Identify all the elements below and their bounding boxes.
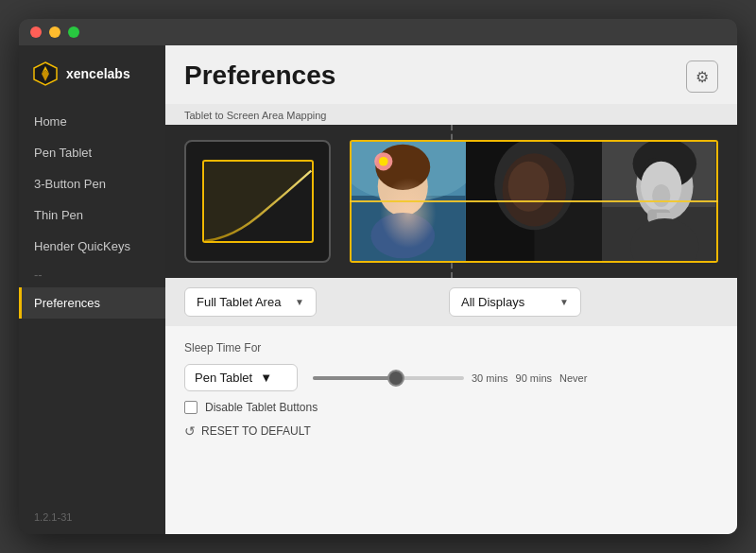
titlebar bbox=[19, 19, 737, 45]
chevron-down-icon: ▼ bbox=[295, 297, 304, 307]
logo-text: xencelabs bbox=[66, 66, 130, 81]
logo-icon bbox=[32, 60, 59, 87]
disable-tablet-buttons-checkbox[interactable] bbox=[184, 401, 198, 414]
sleep-slider-area: 30 mins 90 mins Never bbox=[313, 372, 718, 384]
version-label: 1.2.1-31 bbox=[19, 500, 165, 534]
mapping-section-label: Tablet to Screen Area Mapping bbox=[165, 104, 737, 125]
minimize-button[interactable] bbox=[49, 26, 60, 38]
nav-separator: -- bbox=[19, 262, 165, 287]
sleep-section: Sleep Time For Pen Tablet ▼ 30 mins bbox=[165, 326, 737, 534]
maximize-button[interactable] bbox=[68, 26, 79, 38]
sidebar-item-home[interactable]: Home bbox=[19, 106, 165, 137]
portrait-left-svg bbox=[352, 142, 466, 261]
disable-checkbox-row[interactable]: Disable Tablet Buttons bbox=[184, 401, 718, 414]
display-photo-right bbox=[602, 142, 716, 261]
tablet-inner bbox=[202, 160, 314, 243]
portrait-right-svg bbox=[602, 142, 716, 261]
display-outer bbox=[350, 140, 718, 263]
display-dropdown[interactable]: All Displays ▼ bbox=[449, 287, 581, 317]
svg-point-16 bbox=[507, 162, 548, 212]
tablet-preview bbox=[184, 140, 331, 263]
sidebar: xencelabs Home Pen Tablet 3-Button Pen T… bbox=[19, 45, 165, 534]
svg-rect-10 bbox=[394, 209, 412, 232]
disable-tablet-label: Disable Tablet Buttons bbox=[205, 401, 318, 414]
svg-point-9 bbox=[379, 157, 388, 166]
display-photo-middle bbox=[466, 142, 603, 261]
slider-labels: 30 mins 90 mins Never bbox=[472, 372, 587, 384]
portrait-middle-svg bbox=[466, 142, 603, 261]
svg-point-23 bbox=[652, 184, 670, 207]
reset-icon: ↺ bbox=[184, 423, 196, 439]
mapping-section: Tablet to Screen Area Mapping bbox=[165, 104, 737, 326]
sleep-slider-thumb[interactable] bbox=[387, 370, 404, 387]
sidebar-item-hender-quickeys[interactable]: Hender QuicKeys bbox=[19, 231, 165, 262]
device-dropdown[interactable]: Pen Tablet ▼ bbox=[184, 364, 298, 391]
reset-to-default-button[interactable]: ↺ RESET TO DEFAULT bbox=[184, 423, 718, 439]
main-content: xencelabs Home Pen Tablet 3-Button Pen T… bbox=[19, 45, 737, 534]
sleep-label: Sleep Time For bbox=[184, 341, 718, 354]
chevron-down-icon: ▼ bbox=[559, 297, 569, 307]
mapping-area bbox=[165, 125, 737, 278]
svg-point-11 bbox=[371, 213, 436, 258]
display-preview bbox=[350, 140, 718, 263]
reset-label: RESET TO DEFAULT bbox=[201, 424, 311, 438]
settings-button[interactable]: ⚙ bbox=[686, 60, 718, 93]
display-photo-left bbox=[352, 142, 466, 261]
app-window: xencelabs Home Pen Tablet 3-Button Pen T… bbox=[19, 19, 737, 534]
panel: Preferences ⚙ Tablet to Screen Area Mapp… bbox=[165, 45, 737, 534]
sleep-slider-track[interactable] bbox=[313, 376, 464, 380]
chevron-down-icon: ▼ bbox=[260, 371, 272, 385]
gear-icon: ⚙ bbox=[696, 68, 709, 86]
sidebar-item-pen-tablet[interactable]: Pen Tablet bbox=[19, 137, 165, 168]
sleep-slider-fill bbox=[313, 376, 396, 380]
sidebar-item-3-button-pen[interactable]: 3-Button Pen bbox=[19, 168, 165, 199]
page-title: Preferences bbox=[184, 60, 335, 91]
nav-menu: Home Pen Tablet 3-Button Pen Thin Pen He… bbox=[19, 106, 165, 500]
logo-area: xencelabs bbox=[19, 45, 165, 106]
sleep-controls: Pen Tablet ▼ 30 mins 90 mins Never bbox=[184, 364, 718, 391]
panel-header: Preferences ⚙ bbox=[165, 45, 737, 104]
sidebar-item-thin-pen[interactable]: Thin Pen bbox=[19, 199, 165, 231]
sidebar-item-preferences[interactable]: Preferences bbox=[19, 287, 165, 319]
close-button[interactable] bbox=[30, 26, 42, 38]
mapping-dropdowns: Full Tablet Area ▼ All Displays ▼ bbox=[165, 278, 737, 326]
tablet-curve-svg bbox=[204, 162, 312, 241]
tablet-area-dropdown[interactable]: Full Tablet Area ▼ bbox=[184, 287, 317, 317]
